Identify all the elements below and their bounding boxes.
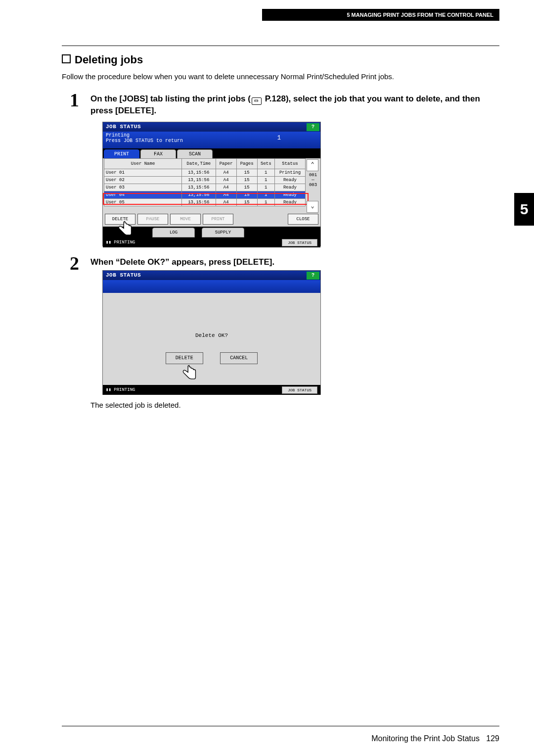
titlebar-text: JOB STATUS <box>106 272 141 278</box>
page-indicator: 001—003 <box>308 173 318 188</box>
close-button[interactable]: CLOSE <box>288 214 318 225</box>
job-count: 1 <box>277 135 281 142</box>
subheader-empty <box>103 280 320 293</box>
pause-button[interactable]: PAUSE <box>137 214 168 225</box>
result-text: The selected job is deleted. <box>90 401 181 409</box>
step-2-text: When “Delete OK?” appears, press [DELETE… <box>90 257 274 267</box>
job-table: User Name Date,Time Paper Pages Sets Sta… <box>104 158 306 206</box>
delete-confirm-panel: JOB STATUS ? Delete OK? DELETE CANCEL ▮▮… <box>102 270 321 395</box>
rule-top <box>62 46 499 46</box>
page-footer: Monitoring the Print Job Status 129 <box>371 734 499 743</box>
section-title-text: Deleting jobs <box>75 53 143 66</box>
scroll-up-button[interactable]: ⌃ <box>307 159 318 171</box>
scroll-down-button[interactable]: ⌄ <box>307 201 318 213</box>
table-row[interactable]: User 0113,15:56A4151Printing <box>104 169 306 177</box>
chapter-tab: 5 <box>514 193 534 226</box>
bottom-tabs: LOG SUPPLY <box>103 227 320 237</box>
delete-prompt: Delete OK? <box>103 332 320 338</box>
tab-row: PRINT FAX SCAN <box>103 148 320 158</box>
intro-text: Follow the procedure below when you want… <box>62 72 394 81</box>
step-2-number: 2 <box>70 252 79 274</box>
tab-print[interactable]: PRINT <box>104 149 139 159</box>
tab-supply[interactable]: SUPPLY <box>202 228 244 237</box>
titlebar: JOB STATUS ? <box>103 122 320 132</box>
step-1-text: On the [JOBS] tab listing the print jobs… <box>90 93 499 117</box>
statusbar: ▮▮ PRINTING JOB STATUS <box>103 385 320 395</box>
table-row[interactable]: User 0213,15:56A4151Ready <box>104 177 306 184</box>
titlebar: JOB STATUS ? <box>103 271 320 280</box>
page-header: 5 MANAGING PRINT JOBS FROM THE CONTROL P… <box>262 9 499 21</box>
cancel-button[interactable]: CANCEL <box>220 352 258 364</box>
bullet-square-icon <box>62 54 71 63</box>
job-status-panel: JOB STATUS ? Printing Press JOB STATUS t… <box>102 122 321 246</box>
subheader: Printing Press JOB STATUS to return 1 <box>103 132 320 148</box>
manual-ref-icon: ▭ <box>252 97 262 105</box>
statusbar: ▮▮ PRINTING JOB STATUS <box>103 237 320 247</box>
pointer-hand-icon <box>180 364 198 384</box>
page-number: 129 <box>486 734 499 743</box>
job-status-button[interactable]: JOB STATUS <box>282 239 317 246</box>
subheader-line1: Printing <box>106 133 317 138</box>
titlebar-text: JOB STATUS <box>106 124 141 130</box>
tab-log[interactable]: LOG <box>152 228 195 237</box>
job-table-area: User Name Date,Time Paper Pages Sets Sta… <box>103 158 320 214</box>
job-status-button[interactable]: JOB STATUS <box>282 386 317 394</box>
rule-bottom <box>62 726 499 726</box>
section-title: Deleting jobs <box>62 53 143 66</box>
tab-scan[interactable]: SCAN <box>177 149 213 159</box>
col-pages: Pages <box>236 159 257 169</box>
button-row: DELETE PAUSE MOVE PRINT CLOSE <box>103 214 320 227</box>
col-status: Status <box>274 159 305 169</box>
help-button[interactable]: ? <box>307 272 319 280</box>
move-button[interactable]: MOVE <box>170 214 201 225</box>
subheader-line2: Press JOB STATUS to return <box>106 138 317 143</box>
table-row-selected[interactable]: User 0413,15:56A4151Ready <box>104 191 306 199</box>
table-row[interactable]: User 0313,15:56A4151Ready <box>104 184 306 191</box>
dialog-body: Delete OK? DELETE CANCEL <box>103 293 320 385</box>
table-row[interactable]: User 0513,15:56A4151Ready <box>104 199 306 206</box>
footer-text: Monitoring the Print Job Status <box>371 734 480 743</box>
help-button[interactable]: ? <box>307 123 319 131</box>
print-button[interactable]: PRINT <box>203 214 233 225</box>
delete-button[interactable]: DELETE <box>105 214 135 225</box>
status-left: ▮▮ PRINTING <box>106 239 135 245</box>
step-1-number: 1 <box>70 89 79 111</box>
col-user: User Name <box>104 159 182 169</box>
col-paper: Paper <box>216 159 236 169</box>
table-header-row: User Name Date,Time Paper Pages Sets Sta… <box>104 159 306 169</box>
confirm-delete-button[interactable]: DELETE <box>166 352 203 364</box>
status-left: ▮▮ PRINTING <box>106 387 135 392</box>
col-datetime: Date,Time <box>182 159 216 169</box>
tab-fax[interactable]: FAX <box>140 149 176 159</box>
col-sets: Sets <box>257 159 274 169</box>
